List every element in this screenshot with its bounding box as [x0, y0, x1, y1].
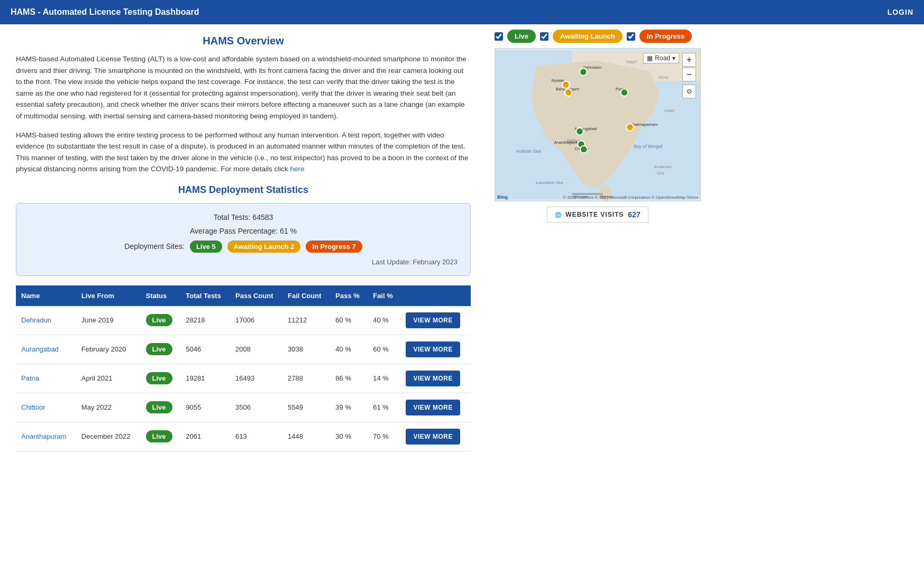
- header-title: HAMS - Automated Licence Testing Dashboa…: [11, 7, 199, 17]
- svg-text:Andaman: Andaman: [654, 164, 672, 169]
- total-tests-row: Total Tests: 64583: [29, 213, 458, 221]
- inprogress-checkbox[interactable]: [627, 32, 635, 41]
- row-pass-pct: 40 %: [330, 335, 368, 364]
- map-zoom-out-button[interactable]: −: [682, 68, 696, 81]
- deployment-sites-row: Deployment Sites: Live 5 Awaiting Launch…: [29, 241, 458, 253]
- map-zoom-in-button[interactable]: +: [682, 53, 696, 67]
- legend-live-label: Live: [507, 30, 536, 43]
- row-name[interactable]: Ananthapuram: [16, 422, 76, 451]
- svg-point-30: [580, 146, 588, 153]
- view-more-button[interactable]: VIEW MORE: [406, 429, 460, 445]
- row-pass-count: 2008: [230, 335, 282, 364]
- legend-row: Live Awaiting Launch In Progress: [495, 30, 701, 43]
- row-status: Live: [141, 335, 181, 364]
- status-badge: Live: [146, 401, 172, 413]
- total-tests-label: Total Tests:: [214, 213, 251, 221]
- map-road-label[interactable]: ▦ Road ▾: [643, 53, 679, 63]
- svg-point-27: [576, 128, 583, 135]
- row-name[interactable]: Aurangabad: [16, 335, 76, 364]
- svg-text:Ananthapuram: Ananthapuram: [554, 140, 581, 145]
- legend-inprogress-label: In Progress: [639, 30, 692, 43]
- deployment-table: Name Live From Status Total Tests Pass C…: [16, 285, 471, 451]
- svg-text:SICHL: SICHL: [658, 76, 669, 79]
- row-pass-count: 16493: [230, 364, 282, 393]
- svg-text:Sea: Sea: [657, 171, 664, 175]
- table-row: Patna April 2021 Live 19281 16493 2788 8…: [16, 364, 471, 393]
- live-checkbox[interactable]: [495, 32, 503, 41]
- col-name: Name: [16, 285, 76, 306]
- svg-point-24: [580, 68, 587, 76]
- table-row: Dehradun June 2019 Live 28218 17006 1121…: [16, 306, 471, 335]
- map-copyright: © 2022 TomTom © 2023 Microsoft Corporati…: [563, 195, 698, 200]
- row-fail-count: 3038: [282, 335, 330, 364]
- overview-title: HAMS Overview: [16, 35, 471, 47]
- col-pass-count: Pass Count: [230, 285, 282, 306]
- col-live-from: Live From: [76, 285, 141, 306]
- row-fail-count: 2788: [282, 364, 330, 393]
- visits-label: WEBSITE VISITS: [565, 211, 624, 218]
- col-fail-pct: Fail %: [368, 285, 400, 306]
- awaiting-badge: Awaiting Launch 2: [227, 241, 301, 253]
- here-link[interactable]: here: [290, 165, 304, 173]
- road-dropdown-icon: ▾: [672, 54, 675, 62]
- row-total-tests: 2061: [180, 422, 230, 451]
- row-total-tests: 19281: [180, 364, 230, 393]
- row-action: VIEW MORE: [400, 306, 471, 335]
- col-pass-pct: Pass %: [330, 285, 368, 306]
- view-more-button[interactable]: VIEW MORE: [406, 371, 460, 386]
- table-header-row: Name Live From Status Total Tests Pass C…: [16, 285, 471, 306]
- row-live-from: December 2022: [76, 422, 141, 451]
- left-panel: HAMS Overview HAMS-based Automated Licen…: [0, 24, 487, 462]
- row-live-from: May 2022: [76, 393, 141, 422]
- deployment-sites-label: Deployment Sites:: [124, 242, 185, 251]
- row-fail-count: 5549: [282, 393, 330, 422]
- row-pass-pct: 86 %: [330, 364, 368, 393]
- website-visits: 🌐 WEBSITE VISITS 627: [547, 207, 648, 223]
- stats-title: HAMS Deployment Statistics: [16, 184, 471, 196]
- svg-point-26: [621, 89, 628, 96]
- row-fail-pct: 61 %: [368, 393, 400, 422]
- row-pass-pct: 30 %: [330, 422, 368, 451]
- row-status: Live: [141, 393, 181, 422]
- row-status: Live: [141, 422, 181, 451]
- row-pass-count: 3506: [230, 393, 282, 422]
- row-action: VIEW MORE: [400, 335, 471, 364]
- map-container: Arabian Sea Bay of Bengal INDIA Laccadiv…: [495, 48, 701, 201]
- col-total-tests: Total Tests: [180, 285, 230, 306]
- status-badge: Live: [146, 343, 172, 355]
- row-name[interactable]: Dehradun: [16, 306, 76, 335]
- avg-pass-label: Average Pass Percentage:: [190, 227, 278, 235]
- row-fail-pct: 14 %: [368, 364, 400, 393]
- map-target-button[interactable]: ⊙: [682, 85, 696, 98]
- svg-text:TIBET: TIBET: [626, 60, 638, 64]
- bing-logo: Bing: [497, 195, 508, 200]
- visits-count: 627: [628, 210, 640, 219]
- view-more-button[interactable]: VIEW MORE: [406, 312, 460, 328]
- row-live-from: April 2021: [76, 364, 141, 393]
- row-fail-pct: 70 %: [368, 422, 400, 451]
- row-total-tests: 5046: [180, 335, 230, 364]
- road-icon: ▦: [647, 54, 653, 62]
- awaiting-checkbox[interactable]: [540, 32, 548, 41]
- row-name[interactable]: Chittoor: [16, 393, 76, 422]
- overview-paragraph2: HAMS-based testing allows the entire tes…: [16, 130, 471, 175]
- map-controls: + − ⊙: [682, 53, 696, 98]
- col-status: Status: [141, 285, 181, 306]
- row-fail-pct: 60 %: [368, 335, 400, 364]
- overview-paragraph2-text: HAMS-based testing allows the entire tes…: [16, 131, 469, 173]
- row-name[interactable]: Patna: [16, 364, 76, 393]
- row-pass-count: 613: [230, 422, 282, 451]
- login-button[interactable]: LOGIN: [888, 8, 913, 16]
- svg-text:Bay of Bengal: Bay of Bengal: [634, 144, 663, 149]
- status-badge: Live: [146, 372, 172, 384]
- row-live-from: June 2019: [76, 306, 141, 335]
- row-status: Live: [141, 306, 181, 335]
- table-row: Ananthapuram December 2022 Live 2061 613…: [16, 422, 471, 451]
- status-badge: Live: [146, 430, 172, 442]
- stats-box: Total Tests: 64583 Average Pass Percenta…: [16, 203, 471, 276]
- view-more-button[interactable]: VIEW MORE: [406, 400, 460, 415]
- row-live-from: February 2020: [76, 335, 141, 364]
- row-action: VIEW MORE: [400, 422, 471, 451]
- col-action: [400, 285, 471, 306]
- view-more-button[interactable]: VIEW MORE: [406, 341, 460, 357]
